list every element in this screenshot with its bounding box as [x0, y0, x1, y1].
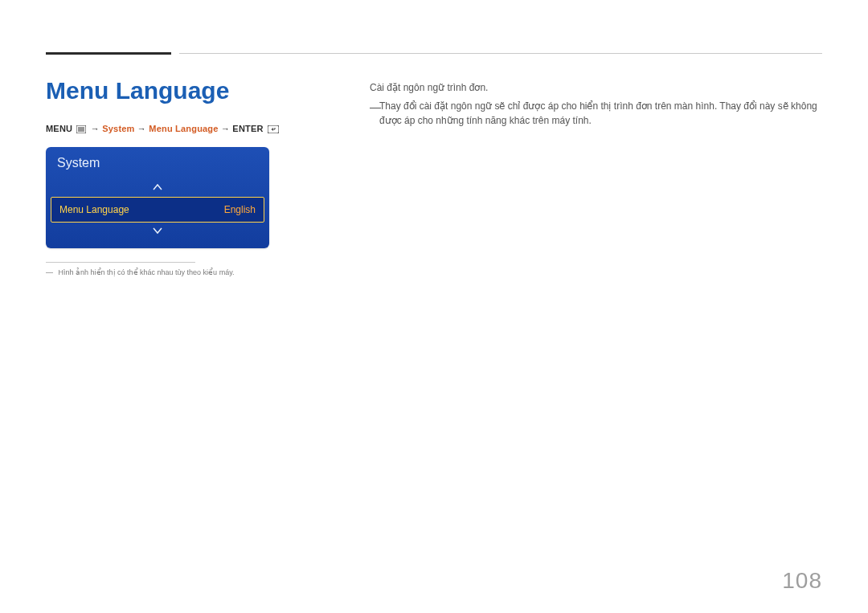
osd-item-label: Menu Language [59, 198, 129, 221]
footnote-dash-icon: ― [46, 268, 53, 276]
osd-menu-language-item[interactable]: Menu Language English [51, 197, 264, 223]
breadcrumb-arrow-1: → [91, 124, 100, 133]
page-number: 108 [782, 568, 822, 594]
description-note: ― Thay đổi cài đặt ngôn ngữ sẽ chỉ được … [370, 99, 820, 129]
footnote: ― Hình ảnh hiển thị có thể khác nhau tùy… [46, 268, 234, 276]
osd-up-arrow[interactable] [46, 179, 269, 197]
description-block: Cài đặt ngôn ngữ trình đơn. ― Thay đổi c… [370, 80, 820, 129]
breadcrumb-arrow-3: → [221, 124, 230, 133]
page-title: Menu Language [46, 77, 229, 104]
breadcrumb: MENU → System → Menu Language → ENTER [46, 124, 280, 135]
note-dash-icon: ― [370, 99, 381, 116]
breadcrumb-system: System [102, 124, 134, 133]
description-line: Cài đặt ngôn ngữ trình đơn. [370, 80, 820, 96]
breadcrumb-menu: MENU [46, 124, 72, 133]
header-rule-thick [46, 52, 171, 55]
breadcrumb-arrow-2: → [137, 124, 146, 133]
breadcrumb-item: Menu Language [149, 124, 218, 133]
osd-down-arrow[interactable] [46, 223, 269, 240]
osd-title: System [46, 147, 269, 179]
osd-panel: System Menu Language English [46, 147, 269, 248]
description-note-text: Thay đổi cài đặt ngôn ngữ sẽ chỉ được áp… [379, 100, 817, 127]
header-rule-thin [179, 53, 822, 54]
footnote-text: Hình ảnh hiển thị có thể khác nhau tùy t… [59, 268, 235, 276]
enter-icon [268, 125, 279, 135]
footnote-separator [46, 262, 195, 263]
osd-item-value: English [224, 198, 256, 221]
menu-icon [76, 125, 86, 135]
breadcrumb-enter: ENTER [232, 124, 263, 133]
